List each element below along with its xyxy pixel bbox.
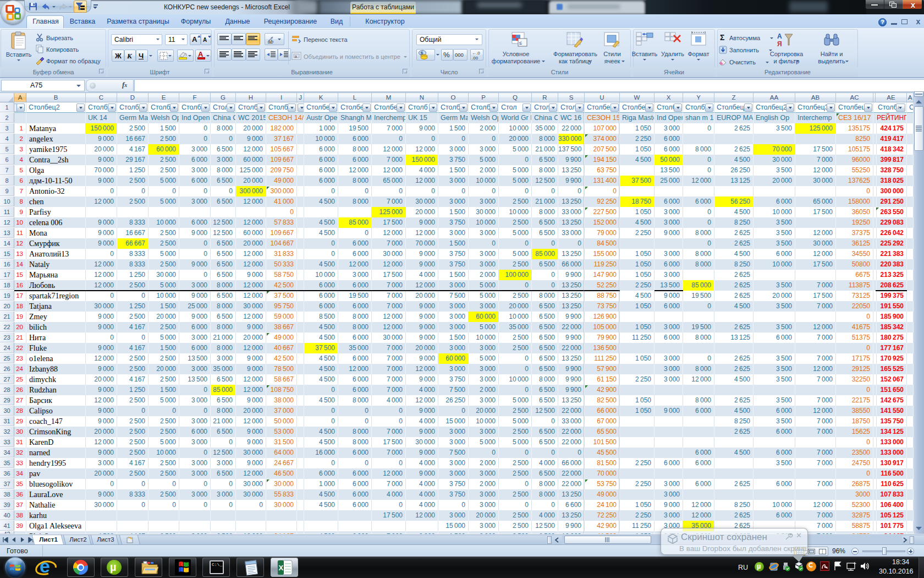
svg-text:ab: ab [268,39,273,43]
svg-text:А: А [777,32,782,40]
svg-text:X: X [279,564,284,572]
svg-text:≤: ≤ [519,40,522,46]
svg-text:Я: Я [777,40,782,47]
svg-text:a: a [295,54,298,59]
